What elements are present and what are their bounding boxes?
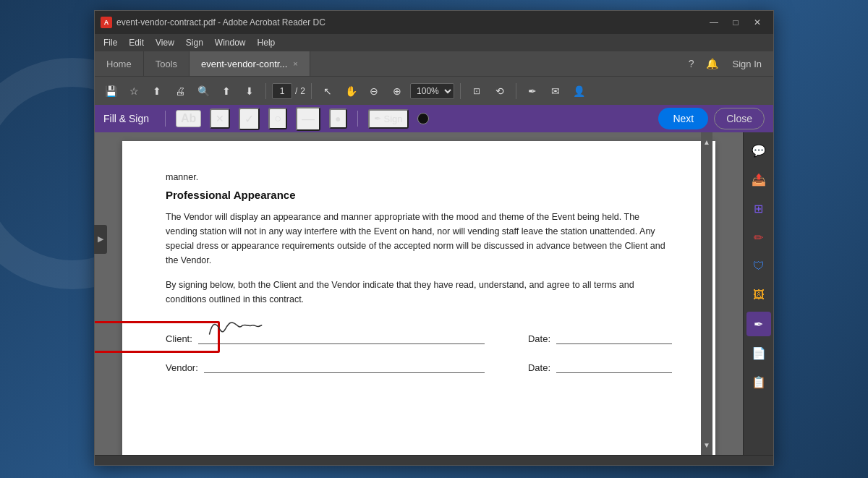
- fit-page-button[interactable]: ⊡: [467, 81, 487, 101]
- help-icon[interactable]: ?: [686, 55, 697, 72]
- protect-icon[interactable]: 🛡: [746, 254, 771, 278]
- save-cloud-icon[interactable]: 📄: [746, 341, 771, 365]
- page-number-input[interactable]: [272, 83, 292, 99]
- title-bar: A event-vendor-contract.pdf - Adobe Acro…: [95, 11, 773, 34]
- zoom-in-button[interactable]: ⊕: [387, 81, 407, 101]
- cross-tool-button[interactable]: ✕: [210, 108, 230, 129]
- client-date-line[interactable]: [556, 327, 672, 344]
- nav-right-area: ? 🔔 Sign In: [686, 51, 773, 76]
- vendor-label: Vendor:: [166, 362, 198, 373]
- share-button[interactable]: 👤: [569, 81, 589, 101]
- pdf-paragraph-1: The Vendor will display an appearance an…: [166, 210, 672, 268]
- fill-sign-label: Fill & Sign: [103, 113, 149, 124]
- vendor-signature-row: Vendor: Date:: [166, 356, 672, 373]
- zoom-out-button[interactable]: ⊖: [364, 81, 384, 101]
- signature-highlight-box: [95, 321, 220, 353]
- circle-tool-button[interactable]: ○: [268, 108, 287, 129]
- comment-icon[interactable]: 💬: [746, 138, 771, 163]
- window-controls: — □ ✕: [704, 14, 767, 30]
- menu-edit[interactable]: Edit: [123, 36, 150, 49]
- hand-tool-button[interactable]: ✋: [341, 81, 361, 101]
- zoom-dropdown[interactable]: 100% 75% 125% 150%: [410, 83, 454, 99]
- sign-icon[interactable]: ✒: [746, 312, 771, 336]
- vendor-date-line[interactable]: [556, 356, 672, 373]
- menu-file[interactable]: File: [98, 36, 123, 49]
- upload-button[interactable]: ⬆: [147, 81, 167, 101]
- sign-button[interactable]: ✒ Sign: [368, 109, 409, 129]
- tab-home[interactable]: Home: [95, 51, 144, 76]
- scroll-up-arrow[interactable]: ▲: [700, 135, 713, 149]
- page-separator: /: [295, 86, 297, 96]
- main-toolbar: 💾 ☆ ⬆ 🖨 🔍 ⬆ ⬇ / 2 ↖ ✋ ⊖ ⊕ 100% 75%: [95, 76, 773, 105]
- zoom-search-button[interactable]: 🔍: [193, 81, 213, 101]
- close-button[interactable]: ✕: [747, 14, 767, 30]
- date-label-1: Date:: [528, 333, 550, 344]
- fill-sign-actions: Next Close: [658, 108, 765, 129]
- notifications-icon[interactable]: 🔔: [703, 55, 721, 72]
- vendor-signature-line[interactable]: [204, 356, 485, 373]
- pdf-partial-text: manner.: [166, 170, 672, 184]
- fill-sep-1: [165, 111, 166, 127]
- next-button[interactable]: Next: [658, 108, 708, 129]
- status-bar: [95, 455, 773, 465]
- tab-document-label: event-vendor-contr...: [201, 59, 287, 69]
- right-sidebar: 💬 📤 ⊞ ✏ 🛡 🖼 ✒ 📄 📋: [743, 132, 773, 455]
- color-picker[interactable]: [417, 113, 429, 124]
- pdf-viewer[interactable]: manner. Professional Appearance The Vend…: [95, 132, 743, 455]
- rotate-button[interactable]: ⟲: [490, 81, 510, 101]
- bookmark-button[interactable]: ☆: [124, 81, 144, 101]
- print-button[interactable]: 🖨: [170, 81, 190, 101]
- check-tool-button[interactable]: ✓: [239, 108, 260, 130]
- tab-tools[interactable]: Tools: [144, 51, 190, 76]
- fill-sign-bar: Fill & Sign Ab ✕ ✓ ○ — ● ✒ Sign Next Clo…: [95, 105, 773, 132]
- app-icon: A: [101, 17, 112, 28]
- fill-sep-2: [357, 111, 358, 127]
- window-title: event-vendor-contract.pdf - Adobe Acroba…: [116, 17, 704, 27]
- date-label-2: Date:: [528, 362, 550, 373]
- nav-tabs: Home Tools event-vendor-contr... × ? 🔔 S…: [95, 51, 773, 76]
- next-page-button[interactable]: ⬇: [239, 81, 260, 101]
- close-fill-sign-button[interactable]: Close: [714, 108, 765, 129]
- maximize-button[interactable]: □: [726, 14, 746, 30]
- client-signature-row: Client: Date:: [166, 327, 672, 344]
- signature-section: Client: Date:: [166, 327, 672, 373]
- organize-icon[interactable]: ⊞: [746, 196, 771, 221]
- pdf-paragraph-2: By signing below, both the Client and th…: [166, 278, 672, 307]
- tab-close-icon[interactable]: ×: [293, 59, 297, 68]
- sign-in-button[interactable]: Sign In: [727, 57, 767, 71]
- page-total: 2: [300, 86, 305, 96]
- select-tool-button[interactable]: ↖: [318, 81, 338, 101]
- dot-tool-button[interactable]: ●: [329, 108, 346, 129]
- toolbar-divider-1: [265, 83, 266, 99]
- toolbar-divider-3: [460, 83, 461, 99]
- client-signature-image: [204, 312, 264, 346]
- scroll-down-arrow[interactable]: ▼: [700, 438, 713, 452]
- menu-bar: File Edit View Sign Window Help: [95, 34, 773, 51]
- email-button[interactable]: ✉: [545, 81, 566, 101]
- client-signature-line[interactable]: [198, 327, 485, 344]
- menu-help[interactable]: Help: [252, 36, 281, 49]
- pdf-page: manner. Professional Appearance The Vend…: [122, 141, 715, 455]
- tab-document[interactable]: event-vendor-contr... ×: [190, 51, 310, 76]
- save-button[interactable]: 💾: [101, 81, 121, 101]
- menu-window[interactable]: Window: [209, 36, 252, 49]
- pen-button[interactable]: ✒: [522, 81, 542, 101]
- menu-sign[interactable]: Sign: [180, 36, 209, 49]
- content-area: manner. Professional Appearance The Vend…: [95, 132, 773, 455]
- export-icon[interactable]: 📤: [746, 167, 771, 192]
- menu-view[interactable]: View: [150, 36, 180, 49]
- acrobat-window: A event-vendor-contract.pdf - Adobe Acro…: [94, 10, 774, 466]
- prev-page-button[interactable]: ⬆: [216, 81, 237, 101]
- edit-icon[interactable]: ✏: [746, 225, 771, 249]
- toolbar-divider-2: [311, 83, 312, 99]
- sign-label: Sign: [384, 114, 403, 124]
- client-label: Client:: [166, 333, 192, 344]
- text-tool-button[interactable]: Ab: [176, 110, 201, 127]
- enhance-icon[interactable]: 🖼: [746, 283, 771, 307]
- toolbar-divider-4: [516, 83, 516, 99]
- left-expand-arrow[interactable]: ▶: [94, 225, 107, 254]
- pdf-section-title: Professional Appearance: [166, 189, 672, 201]
- minimize-button[interactable]: —: [704, 14, 724, 30]
- line-tool-button[interactable]: —: [296, 107, 320, 131]
- more-icon[interactable]: 📋: [746, 370, 771, 394]
